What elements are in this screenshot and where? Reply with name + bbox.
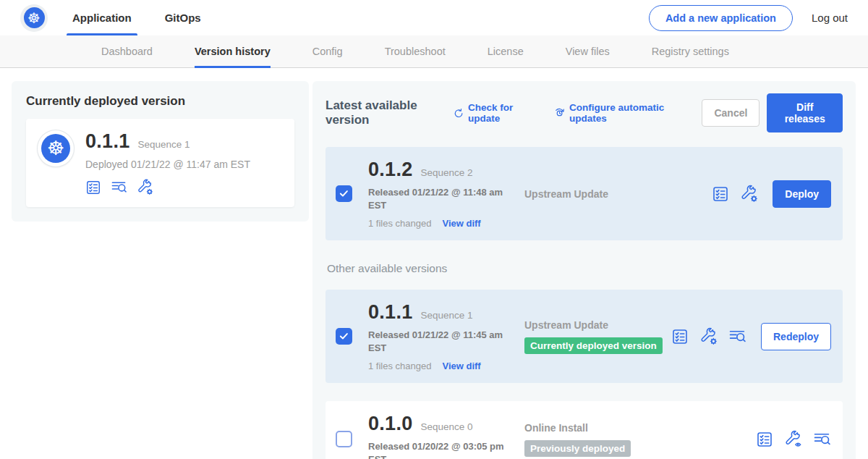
subnav-license[interactable]: License	[488, 35, 524, 67]
version-number: 0.1.0	[368, 413, 413, 435]
checklist-icon[interactable]	[756, 431, 773, 448]
version-line: 0.1.2 Sequence 2	[368, 159, 517, 181]
subnav-view-files[interactable]: View files	[566, 35, 610, 67]
version-checkbox[interactable]	[336, 431, 352, 447]
clock-refresh-icon	[554, 106, 565, 119]
add-new-application-button[interactable]: Add a new application	[649, 5, 793, 31]
subnav-config[interactable]: Config	[312, 35, 343, 67]
latest-version-header: Latest available version Check for updat…	[326, 93, 843, 132]
sequence-label: Sequence 1	[421, 310, 473, 321]
kubernetes-helm-icon: ☸	[24, 7, 45, 28]
check-for-update-link[interactable]: Check for update	[454, 102, 535, 124]
configure-automatic-updates-label: Configure automatic updates	[569, 102, 684, 124]
view-diff-link[interactable]: View diff	[442, 361, 480, 371]
version-line: 0.1.1 Sequence 1	[368, 301, 517, 324]
wrench-gear-icon[interactable]	[740, 185, 758, 203]
subnav-registry-settings[interactable]: Registry settings	[652, 35, 729, 67]
logs-magnifier-icon[interactable]	[111, 179, 127, 195]
version-history-panel: Latest available version Check for updat…	[312, 81, 856, 459]
files-changed-line: 1 files changed View diff	[368, 361, 517, 371]
checklist-icon[interactable]	[85, 180, 101, 195]
version-row-0.1.1: 0.1.1 Sequence 1 Released 01/21/22 @ 11:…	[326, 290, 843, 383]
tab-application-label: Application	[72, 12, 132, 24]
version-line: 0.1.0 Sequence 0	[368, 413, 517, 435]
version-info: 0.1.2 Sequence 2 Released 01/21/22 @ 11:…	[368, 159, 517, 229]
version-row-0.1.2: 0.1.2 Sequence 2 Released 01/21/22 @ 11:…	[326, 147, 843, 240]
version-checkbox[interactable]	[336, 185, 352, 202]
deployed-version-line: 0.1.1 Sequence 1	[85, 130, 250, 153]
deploy-button[interactable]: Deploy	[773, 180, 831, 208]
deployed-version-card: ☸ 0.1.1 Sequence 1 Deployed 01/21/22 @ 1…	[26, 119, 294, 207]
released-timestamp: Released 01/21/22 @ 11:45 am EST	[368, 329, 507, 354]
diff-releases-button[interactable]: Diff releases	[767, 93, 843, 132]
wrench-gear-icon[interactable]	[137, 179, 153, 195]
version-info: 0.1.0 Sequence 0 Released 01/20/22 @ 03:…	[368, 413, 517, 459]
source-label: Upstream Update	[524, 188, 712, 200]
redeploy-button[interactable]: Redeploy	[761, 323, 831, 350]
tab-application[interactable]: Application	[71, 0, 133, 35]
check-for-update-label: Check for update	[468, 102, 535, 124]
version-actions: Redeploy	[671, 323, 831, 350]
application-sub-navigation: Dashboard Version history Config Trouble…	[0, 35, 868, 68]
sequence-label: Sequence 2	[421, 167, 473, 178]
version-number: 0.1.2	[368, 159, 413, 181]
version-row-0.1.0: 0.1.0 Sequence 0 Released 01/20/22 @ 03:…	[326, 401, 843, 459]
released-timestamp: Released 01/21/22 @ 11:48 am EST	[368, 186, 507, 211]
logs-magnifier-icon[interactable]	[728, 327, 746, 345]
tab-gitops-label: GitOps	[165, 12, 201, 24]
top-nav-tabs: Application GitOps	[71, 0, 233, 35]
kubernetes-logo: ☸	[20, 4, 48, 32]
wrench-gear-icon[interactable]	[699, 327, 718, 345]
top-navigation-bar: ☸ Application GitOps Add a new applicati…	[0, 0, 868, 35]
configure-automatic-updates-link[interactable]: Configure automatic updates	[554, 102, 684, 124]
cancel-button[interactable]: Cancel	[702, 99, 760, 127]
checklist-icon[interactable]	[671, 328, 689, 345]
app-logo: ☸	[38, 130, 74, 167]
deployed-action-icons	[85, 179, 250, 195]
version-actions	[756, 430, 831, 448]
sequence-label: Sequence 0	[421, 421, 473, 432]
currently-deployed-title: Currently deployed version	[26, 94, 294, 109]
currently-deployed-panel: Currently deployed version ☸ 0.1.1 Seque…	[12, 81, 309, 222]
tab-gitops[interactable]: GitOps	[163, 0, 203, 35]
version-source: Upstream Update	[517, 188, 712, 200]
kubernetes-helm-icon: ☸	[41, 134, 70, 163]
version-info: 0.1.1 Sequence 1 Released 01/21/22 @ 11:…	[368, 301, 517, 371]
wrench-eye-icon[interactable]	[784, 430, 802, 448]
currently-deployed-badge: Currently deployed version	[524, 337, 663, 354]
subnav-version-history[interactable]: Version history	[195, 35, 271, 67]
version-number: 0.1.1	[368, 301, 413, 324]
source-label: Online Install	[524, 422, 756, 434]
logs-magnifier-icon[interactable]	[813, 430, 831, 448]
checklist-icon[interactable]	[712, 185, 729, 203]
deployed-version-info: 0.1.1 Sequence 1 Deployed 01/21/22 @ 11:…	[85, 130, 250, 195]
version-source: Upstream Update Currently deployed versi…	[517, 319, 671, 354]
other-available-versions-heading: Other available versions	[327, 262, 843, 275]
previously-deployed-badge: Previously deployed	[524, 440, 631, 457]
deployed-version-number: 0.1.1	[85, 130, 130, 153]
checkmark-icon	[339, 331, 349, 342]
version-actions: Deploy	[712, 180, 831, 208]
latest-available-version-title: Latest available version	[326, 98, 443, 127]
version-checkbox[interactable]	[336, 328, 352, 345]
view-diff-link[interactable]: View diff	[442, 218, 480, 229]
logout-link[interactable]: Log out	[812, 12, 848, 24]
source-label: Upstream Update	[524, 319, 671, 331]
subnav-troubleshoot[interactable]: Troubleshoot	[385, 35, 446, 67]
refresh-icon	[454, 107, 464, 119]
subnav-dashboard[interactable]: Dashboard	[101, 35, 153, 67]
files-changed-line: 1 files changed View diff	[368, 218, 517, 229]
deployed-sequence-label: Sequence 1	[138, 139, 190, 150]
main-content: Currently deployed version ☸ 0.1.1 Seque…	[0, 68, 868, 459]
files-changed-label: 1 files changed	[368, 361, 431, 371]
version-source: Online Install Previously deployed	[517, 422, 756, 457]
deployed-timestamp: Deployed 01/21/22 @ 11:47 am EST	[85, 159, 250, 170]
released-timestamp: Released 01/20/22 @ 03:05 pm EST	[368, 440, 507, 459]
files-changed-label: 1 files changed	[368, 218, 431, 229]
checkmark-icon	[339, 188, 349, 199]
